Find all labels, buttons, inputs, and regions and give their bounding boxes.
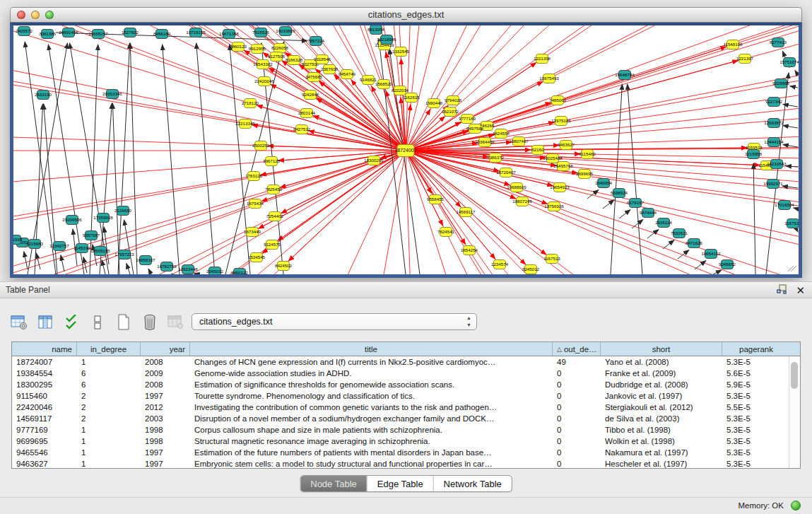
table-cell[interactable]: 0: [553, 460, 601, 468]
tab-network-table[interactable]: Network Table: [434, 476, 512, 491]
column-header-title[interactable]: title: [190, 342, 553, 356]
table-cell[interactable]: 5.5E-5: [722, 403, 790, 411]
citation-edge-black[interactable]: [83, 257, 87, 273]
table-cell[interactable]: 19384554: [12, 369, 77, 378]
column-header-name[interactable]: name: [12, 342, 77, 356]
citation-edge-black[interactable]: [112, 103, 119, 274]
table-cell[interactable]: 1998: [141, 437, 190, 445]
table-select-dropdown[interactable]: citations_edges.txt ▲▼: [192, 313, 477, 330]
table-cell[interactable]: 14569117: [12, 414, 77, 423]
row-height-icon[interactable]: [88, 313, 107, 332]
citation-edge-black[interactable]: [230, 45, 250, 274]
table-cell[interactable]: Hescheler et al. (1997): [601, 460, 722, 468]
table-cell[interactable]: 6: [77, 380, 141, 389]
table-cell[interactable]: 9115460: [12, 392, 77, 400]
citation-edge-black[interactable]: [611, 84, 622, 274]
citation-edge-black[interactable]: [753, 163, 755, 274]
citation-edge-black[interactable]: [194, 274, 199, 274]
citation-edge-black[interactable]: [118, 43, 130, 274]
tab-edge-table[interactable]: Edge Table: [367, 476, 434, 491]
table-cell[interactable]: 1: [77, 358, 141, 366]
table-cell[interactable]: 0: [553, 392, 601, 400]
citation-edge-black[interactable]: [48, 45, 84, 274]
table-row[interactable]: 977716911998Corpus callosum shape and si…: [12, 424, 800, 436]
table-body[interactable]: 1872400712008Changes of HCN gene express…: [12, 356, 800, 469]
table-row[interactable]: 969969511998Structural magnetic resonanc…: [12, 436, 800, 447]
table-cell[interactable]: 2: [77, 414, 141, 423]
table-cell[interactable]: 5.3E-5: [722, 358, 790, 366]
citation-edge-black[interactable]: [130, 43, 137, 274]
table-cell[interactable]: 5.3E-5: [722, 437, 790, 445]
table-cell[interactable]: Estimation of significance thresholds fo…: [190, 380, 553, 389]
table-cell[interactable]: 5.6E-5: [722, 369, 790, 378]
table-cell[interactable]: 1997: [141, 448, 190, 457]
citation-edge-red[interactable]: [406, 151, 495, 259]
table-cell[interactable]: 1997: [141, 460, 190, 468]
table-cell[interactable]: 2009: [141, 369, 190, 378]
citation-edge-black[interactable]: [794, 208, 799, 209]
table-cell[interactable]: 0: [553, 380, 601, 389]
table-header-row[interactable]: namein_degreeyeartitle△out_de…shortpager…: [12, 342, 800, 356]
citation-edge-red[interactable]: [261, 151, 406, 201]
citation-edge-black[interactable]: [695, 261, 706, 269]
memory-status-icon[interactable]: [791, 501, 801, 510]
table-cell[interactable]: 2012: [141, 403, 190, 411]
table-settings-icon[interactable]: [10, 313, 28, 332]
table-cell[interactable]: Corpus callosum shape and size in male p…: [190, 426, 553, 434]
citation-edge-black[interactable]: [783, 125, 798, 128]
select-rows-icon[interactable]: [62, 313, 81, 332]
table-cell[interactable]: Wolkin et al. (1998): [601, 437, 722, 445]
table-cell[interactable]: 1: [77, 426, 141, 434]
table-cell[interactable]: 18724007: [12, 358, 77, 366]
table-cell[interactable]: de Silva et al. (2003): [601, 414, 722, 423]
column-header-short[interactable]: short: [601, 342, 722, 356]
float-panel-icon[interactable]: [777, 284, 787, 297]
table-row[interactable]: 1456911722003Disruption of a novel membe…: [12, 413, 800, 424]
table-cell[interactable]: 0: [553, 426, 601, 434]
table-scrollbar[interactable]: [789, 356, 800, 468]
citation-edge-red[interactable]: [406, 25, 440, 151]
table-cell[interactable]: 2: [77, 403, 141, 411]
table-row[interactable]: 1938455462009Genome-wide association stu…: [12, 368, 800, 379]
table-row[interactable]: 1872400712008Changes of HCN gene express…: [12, 356, 800, 368]
table-cell[interactable]: 0: [553, 414, 601, 423]
table-cell[interactable]: Stergiakouli et al. (2012): [601, 403, 722, 411]
citation-edge-black[interactable]: [102, 260, 105, 274]
citation-edge-black[interactable]: [148, 269, 151, 274]
citation-edge-red[interactable]: [406, 151, 799, 247]
table-cell[interactable]: 22420046: [12, 403, 77, 411]
citation-edge-black[interactable]: [126, 264, 130, 274]
citation-edge-black[interactable]: [172, 274, 172, 274]
citation-edge-red[interactable]: [278, 151, 406, 160]
table-cell[interactable]: 6: [77, 369, 141, 378]
table-cell[interactable]: Nakamura et al. (1997): [601, 448, 722, 457]
table-cell[interactable]: 2003: [141, 414, 190, 423]
table-cell[interactable]: 2008: [141, 358, 190, 366]
table-cell[interactable]: 1: [77, 460, 141, 468]
table-cell[interactable]: Yano et al. (2008): [601, 358, 722, 366]
table-cell[interactable]: Genome-wide association studies in ADHD.: [190, 369, 553, 378]
table-cell[interactable]: 5.3E-5: [722, 414, 790, 423]
table-cell[interactable]: 2: [77, 392, 141, 400]
table-row[interactable]: 911546021997Tourette syndrome. Phenomeno…: [12, 390, 800, 402]
table-cell[interactable]: Jankovic et al. (1997): [601, 392, 722, 400]
table-cell[interactable]: Tourette syndrome. Phenomenology and cla…: [190, 392, 553, 400]
table-cell[interactable]: 1998: [141, 426, 190, 434]
table-cell[interactable]: 9465546: [12, 448, 77, 457]
citation-edge-red[interactable]: [262, 151, 406, 253]
table-cell[interactable]: Embryonic stem cells: a model to study s…: [190, 460, 553, 468]
column-chooser-icon[interactable]: [36, 313, 54, 332]
citation-edge-red[interactable]: [406, 151, 443, 226]
column-header-indegree[interactable]: in_degree: [77, 342, 141, 356]
table-cell[interactable]: Structural magnetic resonance image aver…: [190, 437, 553, 445]
table-cell[interactable]: 1: [77, 448, 141, 457]
citation-edge-black[interactable]: [678, 250, 689, 259]
citation-edge-black[interactable]: [36, 253, 40, 269]
table-cell[interactable]: 9699695: [12, 437, 77, 445]
close-panel-icon[interactable]: ✕: [796, 286, 805, 296]
column-header-pagerank[interactable]: pagerank: [722, 342, 790, 356]
citation-graph[interactable]: 1872400718300295886012389129558226058912…: [13, 25, 799, 274]
table-cell[interactable]: 2008: [141, 380, 190, 389]
canvas-resize-grip[interactable]: [788, 266, 796, 271]
citation-edge-black[interactable]: [790, 86, 798, 88]
